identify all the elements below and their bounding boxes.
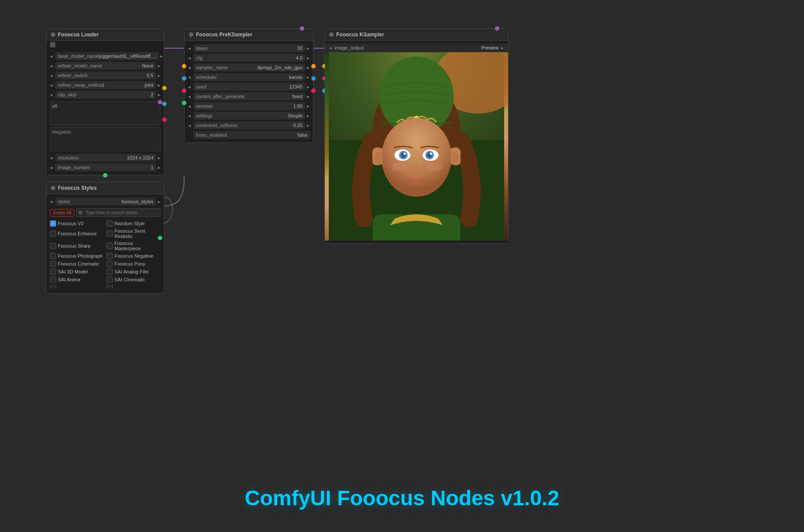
arrow-right[interactable]: ► bbox=[157, 199, 161, 204]
loader-connector-purple bbox=[158, 100, 162, 104]
style-item-sai-cinematic: SAI Cinematic bbox=[107, 277, 160, 283]
elf-illustration bbox=[325, 52, 508, 241]
param-value: juggernautXL_v8Rundiff.... bbox=[99, 53, 156, 59]
style-checkbox[interactable] bbox=[50, 261, 56, 267]
loader-param-swap-method: ◄ refiner_swap_method joint ► bbox=[46, 80, 164, 90]
styles-row-5: Fooocus Cinematic Fooocus Pony bbox=[50, 261, 160, 267]
styles-grid: Fooocus V2 Random Style Fooocus Enhance bbox=[46, 219, 164, 291]
arrow-left[interactable]: ◄ bbox=[49, 92, 53, 97]
style-checkbox[interactable] bbox=[50, 253, 56, 259]
loader-param-clip-skip: ◄ clip_skip 2 ► bbox=[46, 90, 164, 99]
presampler-left-2 bbox=[182, 76, 186, 81]
arrow-right[interactable]: ► bbox=[306, 65, 310, 70]
style-label: Fooocus Negative bbox=[114, 253, 153, 259]
param-value: Simple bbox=[213, 113, 302, 118]
style-checkbox[interactable] bbox=[107, 243, 113, 249]
style-item-more-2 bbox=[107, 284, 160, 289]
param-value: 12345 bbox=[206, 84, 302, 89]
param-label: image_number bbox=[58, 165, 90, 170]
param-value: fixed bbox=[245, 94, 303, 99]
canvas: Fooocus Loader ◄ base_model_name juggern… bbox=[0, 0, 804, 532]
arrow-left[interactable]: ◄ bbox=[49, 54, 53, 59]
param-label: refiner_swap_method bbox=[58, 82, 104, 88]
param-value: false bbox=[227, 132, 308, 138]
arrow-right[interactable]: ► bbox=[306, 113, 310, 118]
style-item-analog-film: SAI Analog Film bbox=[107, 269, 160, 275]
arrow-left[interactable]: ◄ bbox=[187, 94, 192, 99]
style-checkbox[interactable] bbox=[50, 284, 56, 289]
style-checkbox[interactable] bbox=[107, 231, 113, 237]
positive-text[interactable]: elf bbox=[50, 101, 160, 125]
arrow-left[interactable]: ◄ bbox=[187, 113, 192, 118]
node-header-dot bbox=[189, 32, 193, 37]
presampler-body: ◄ steps 30 ► ◄ cfg 4.0 ► ◄ sampler_name bbox=[185, 41, 313, 142]
param-label: sampler_name bbox=[196, 65, 228, 70]
loader-bottom-connector bbox=[103, 173, 107, 177]
arrow-left[interactable]: ◄ bbox=[49, 156, 53, 160]
arrow-left[interactable]: ◄ bbox=[187, 123, 192, 128]
param-label: resolution bbox=[58, 155, 79, 160]
style-checkbox[interactable] bbox=[50, 220, 56, 227]
presampler-left-3 bbox=[182, 89, 186, 93]
style-checkbox[interactable] bbox=[50, 243, 56, 249]
ksampler-body: ◄ image_output Preview ► bbox=[325, 41, 508, 243]
style-checkbox[interactable] bbox=[50, 269, 56, 275]
svg-point-15 bbox=[404, 153, 406, 155]
arrow-left[interactable]: ◄ bbox=[187, 85, 192, 89]
style-label: Fooocus Enhance bbox=[58, 231, 97, 236]
style-checkbox[interactable] bbox=[50, 277, 56, 283]
ksampler-top-connector bbox=[495, 26, 499, 31]
style-checkbox[interactable] bbox=[107, 253, 113, 259]
arrow-left[interactable]: ◄ bbox=[49, 64, 53, 68]
arrow-right[interactable]: ► bbox=[306, 46, 310, 51]
param-value: 2 bbox=[76, 92, 153, 97]
negative-text[interactable]: Negative bbox=[50, 127, 160, 151]
param-value: 30 bbox=[207, 46, 302, 51]
node-styles: Fooocus Styles ◄ styles fooocus_styles ►… bbox=[46, 182, 164, 294]
arrow-right[interactable]: ► bbox=[306, 75, 310, 80]
style-item-sharp: Fooocus Sharp bbox=[50, 241, 104, 251]
arrow-left[interactable]: ◄ bbox=[49, 83, 53, 88]
style-item-cinematic: Fooocus Cinematic bbox=[50, 261, 104, 267]
arrow-right[interactable]: ► bbox=[306, 56, 310, 60]
arrow-left[interactable]: ◄ bbox=[49, 165, 53, 170]
loader-right-connector-1 bbox=[162, 86, 167, 90]
arrow-left[interactable]: ◄ bbox=[187, 65, 192, 70]
style-checkbox[interactable] bbox=[107, 269, 113, 275]
style-checkbox[interactable] bbox=[107, 284, 113, 289]
presampler-sampler-name: ◄ sampler_name dpmpp_2m_sde_gpu ► bbox=[185, 63, 313, 72]
style-checkbox[interactable] bbox=[50, 231, 56, 237]
style-checkbox[interactable] bbox=[107, 220, 113, 227]
arrow-left[interactable]: ◄ bbox=[187, 75, 192, 80]
empty-all-button[interactable]: Empty All bbox=[50, 209, 75, 216]
param-label: control_after_generate bbox=[196, 94, 245, 99]
search-input[interactable] bbox=[83, 208, 158, 217]
arrow-right[interactable]: ► bbox=[306, 123, 310, 128]
style-checkbox[interactable] bbox=[107, 261, 113, 267]
node-ksampler: Fooocus KSampler ◄ image_output Preview … bbox=[324, 28, 509, 244]
arrow-right[interactable]: ► bbox=[500, 46, 505, 50]
arrow-right[interactable]: ► bbox=[306, 94, 310, 99]
param-value: 1024 x 1024 bbox=[79, 155, 153, 160]
loader-param-resolution: ◄ resolution 1024 x 1024 ► bbox=[46, 153, 164, 163]
arrow-left[interactable]: ◄ bbox=[187, 104, 192, 109]
arrow-left[interactable]: ◄ bbox=[187, 56, 192, 60]
param-label: base_model_name bbox=[58, 53, 99, 59]
style-label: SAI Cinematic bbox=[114, 277, 145, 282]
loader-body: ◄ base_model_name juggernautXL_v8Rundiff… bbox=[46, 49, 164, 175]
style-label: Fooocus Cinematic bbox=[58, 261, 99, 266]
arrow-left[interactable]: ◄ bbox=[49, 199, 53, 204]
arrow-left[interactable]: ◄ bbox=[187, 46, 192, 51]
arrow-right[interactable]: ► bbox=[306, 85, 310, 89]
arrow-right[interactable]: ► bbox=[306, 104, 310, 109]
styles-row-6: SAI 3D Model SAI Analog Film bbox=[50, 269, 160, 275]
style-checkbox[interactable] bbox=[107, 277, 113, 283]
presampler-right-1 bbox=[311, 64, 316, 68]
styles-row-2: Fooocus Enhance Fooocus Semi Realistic bbox=[50, 228, 160, 239]
arrow-left[interactable]: ◄ bbox=[49, 73, 53, 78]
presampler-scheduler: ◄ scheduler karras ► bbox=[185, 72, 313, 82]
arrow-left[interactable]: ◄ bbox=[328, 46, 333, 50]
style-label: Fooocus Semi Realistic bbox=[114, 228, 160, 239]
style-item-3d-model: SAI 3D Model bbox=[50, 269, 104, 275]
param-value: dpmpp_2m_sde_gpu bbox=[228, 65, 302, 70]
